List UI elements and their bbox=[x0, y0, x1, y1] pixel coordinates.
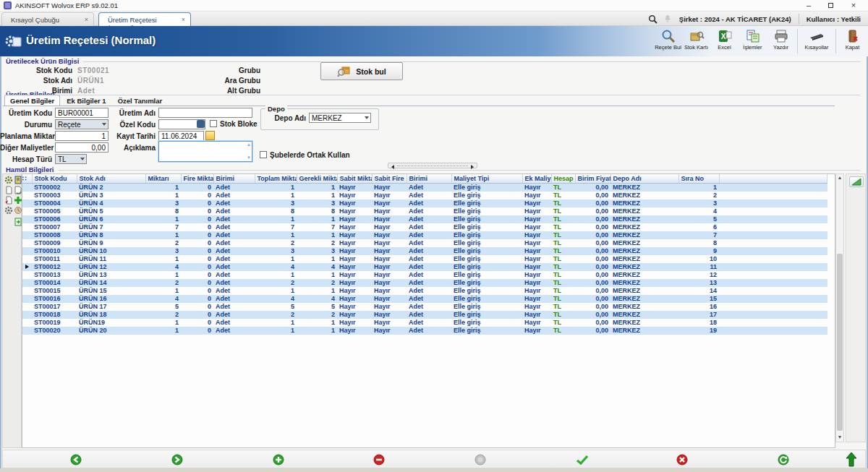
grid-cell: Elle giriş bbox=[451, 247, 522, 255]
kapat-button[interactable]: Kapat bbox=[838, 27, 867, 56]
refresh-record-button[interactable] bbox=[778, 454, 789, 465]
table-row[interactable]: ST00007ÜRÜN 770Adet77HayırHayırAdetElle … bbox=[22, 223, 827, 231]
table-row[interactable]: ST00012ÜRÜN 1240Adet44HayırHayırAdetElle… bbox=[22, 263, 827, 271]
subelerde-ortak-kullan-checkbox[interactable] bbox=[260, 151, 267, 158]
tab-close-icon[interactable]: × bbox=[182, 16, 185, 23]
grid-column-header[interactable]: Sabit Miktar bbox=[337, 174, 372, 184]
table-row[interactable]: ST00018ÜRÜN 1820Adet22HayırHayırAdetElle… bbox=[22, 311, 827, 319]
toolbar-separator bbox=[797, 29, 798, 53]
kayit-tarihi-input[interactable] bbox=[158, 131, 204, 141]
new-record-icon[interactable] bbox=[4, 186, 13, 194]
grid-column-header[interactable]: Stok Kodu bbox=[32, 174, 77, 184]
calendar-icon[interactable] bbox=[205, 131, 215, 140]
grid-column-header[interactable]: Hesap bbox=[551, 174, 575, 184]
expand-grid-button[interactable] bbox=[849, 176, 864, 187]
settings-gear-icon[interactable] bbox=[4, 176, 13, 184]
cancel-record-button[interactable] bbox=[676, 454, 688, 465]
grid-column-header[interactable]: Stok Adı bbox=[77, 174, 145, 184]
tab-ek-bilgiler-1[interactable]: Ek Bilgiler 1 bbox=[61, 95, 111, 106]
ozel-kodu-lookup-icon[interactable] bbox=[197, 120, 205, 128]
delete-record-button[interactable] bbox=[373, 454, 385, 465]
recete-bul-button[interactable]: Reçete Bul bbox=[654, 27, 682, 56]
grid-column-header[interactable]: Maliyet Tipi bbox=[451, 174, 522, 184]
scrollbar-thumb[interactable] bbox=[837, 254, 843, 431]
grid-cell: 0 bbox=[181, 279, 213, 287]
hesap-turu-select[interactable]: TL bbox=[55, 154, 87, 164]
grid-cell: Hayır bbox=[372, 279, 407, 287]
stok-bul-button[interactable]: Stok bul bbox=[320, 62, 403, 80]
stok-bloke-checkbox[interactable] bbox=[210, 120, 217, 127]
grid-column-header[interactable]: Birimi bbox=[407, 174, 451, 184]
table-row[interactable]: ST00002ÜRÜN 210Adet11HayırHayırAdetElle … bbox=[22, 184, 827, 192]
islemler-button[interactable]: İşlemler bbox=[739, 27, 767, 56]
stok-karti-button[interactable]: Stok Kartı bbox=[682, 27, 710, 56]
scroll-down-icon[interactable]: ▼ bbox=[836, 434, 843, 442]
grid-column-header[interactable]: Gerekli Miktar bbox=[297, 174, 337, 184]
grid-filler-cell bbox=[719, 255, 827, 263]
vertical-scrollbar[interactable]: ▲ ▼ bbox=[835, 173, 844, 442]
excel-button[interactable]: X Excel bbox=[710, 27, 739, 56]
uretim-adi-input[interactable] bbox=[158, 108, 252, 118]
grid-cell: Adet bbox=[407, 215, 451, 223]
grid-filler-cell bbox=[719, 319, 827, 327]
table-row[interactable]: ST00014ÜRÜN 1420Adet22HayırHayırAdetElle… bbox=[22, 279, 827, 287]
table-row[interactable]: ST00010ÜRÜN 1030Adet33HayırHayırAdetElle… bbox=[22, 247, 827, 255]
table-row[interactable]: ST00011ÜRÜN 1110Adet11HayırHayırAdetElle… bbox=[22, 255, 827, 263]
grid-cell: Adet bbox=[407, 319, 451, 327]
table-row[interactable]: ST00015ÜRÜN 1510Adet11HayırHayırAdetElle… bbox=[22, 287, 827, 295]
minimize-button[interactable]: – bbox=[800, 1, 817, 11]
grid-column-header[interactable]: Miktarı bbox=[145, 174, 181, 184]
grid-column-header[interactable]: Birim Fiyatı bbox=[575, 174, 610, 184]
tab-genel-bilgiler[interactable]: Genel Bilgiler bbox=[4, 95, 60, 106]
edit-record-button-disabled[interactable] bbox=[475, 454, 486, 465]
grid-column-header[interactable]: Sabit Fire bbox=[372, 174, 407, 184]
table-row[interactable]: ST00004ÜRÜN 430Adet33HayırHayırAdetElle … bbox=[22, 199, 827, 207]
scroll-to-top-button[interactable] bbox=[845, 452, 856, 463]
grid-column-header[interactable]: Birimi bbox=[213, 174, 255, 184]
grid-cell: Adet bbox=[213, 255, 255, 263]
table-row[interactable]: ST00013ÜRÜN 1310Adet11HayırHayırAdetElle… bbox=[22, 271, 827, 279]
table-row[interactable]: ST00003ÜRÜN 310Adet11HayırHayırAdetElle … bbox=[22, 192, 827, 199]
post-record-button[interactable] bbox=[576, 454, 587, 465]
grid-cell: 2 bbox=[255, 279, 297, 287]
tab-close-icon[interactable]: × bbox=[85, 16, 88, 23]
insert-record-button[interactable] bbox=[273, 454, 284, 465]
grid-column-header[interactable]: Toplam Miktar bbox=[255, 174, 297, 184]
table-row[interactable]: ST00016ÜRÜN 1640Adet44HayırHayırAdetElle… bbox=[22, 295, 827, 303]
next-record-button[interactable] bbox=[171, 454, 183, 465]
tab-ozel-tanimlar[interactable]: Özel Tanımlar bbox=[113, 95, 168, 106]
delete-record-icon[interactable] bbox=[4, 196, 13, 205]
grid-cell: Adet bbox=[213, 263, 255, 271]
grid-column-header[interactable]: Depo Adı bbox=[610, 174, 678, 184]
aciklama-textarea[interactable] bbox=[158, 141, 252, 162]
table-row[interactable]: ST00020ÜRÜN 2010Adet11HayırHayırAdetElle… bbox=[22, 327, 827, 335]
grid-column-header[interactable]: Ek Maliyet bbox=[522, 174, 551, 184]
tab-kisayol-cubugu[interactable]: Kısayol Çubuğu × bbox=[1, 12, 94, 26]
textarea-scroll-down-icon[interactable]: ▼ bbox=[247, 155, 251, 160]
textarea-scroll-up-icon[interactable]: ▲ bbox=[247, 142, 251, 147]
depo-adi-select[interactable]: MERKEZ bbox=[309, 113, 371, 123]
prev-record-button[interactable] bbox=[70, 454, 82, 465]
table-row[interactable]: ST00005ÜRÜN 580Adet88HayırHayırAdetElle … bbox=[22, 207, 827, 215]
grid-cell: Elle giriş bbox=[451, 207, 522, 215]
grid-column-header[interactable]: Fire Miktarı bbox=[181, 174, 213, 184]
gear-disabled-icon[interactable] bbox=[4, 206, 13, 215]
table-row[interactable]: ST00009ÜRÜN 920Adet22HayırHayırAdetElle … bbox=[22, 239, 827, 247]
tab-uretim-recetesi[interactable]: Üretim Reçetesi (Normal) × bbox=[98, 12, 191, 26]
maximize-button[interactable] bbox=[822, 1, 839, 11]
close-button[interactable]: × bbox=[845, 1, 862, 11]
table-row[interactable]: ST00008ÜRÜN 810Adet11HayırHayırAdetElle … bbox=[22, 231, 827, 239]
search-icon[interactable] bbox=[648, 14, 658, 24]
scroll-up-icon[interactable]: ▲ bbox=[836, 174, 843, 182]
yazdir-button[interactable]: Yazdır bbox=[767, 27, 795, 56]
table-row[interactable]: ST00006ÜRÜN 610Adet11HayırHayırAdetElle … bbox=[22, 215, 827, 223]
table-row[interactable]: ST00017ÜRÜN 1750Adet55HayırHayırAdetElle… bbox=[22, 303, 827, 311]
grid-column-header[interactable]: Sıra No bbox=[678, 174, 719, 184]
notification-bell-icon[interactable] bbox=[663, 14, 672, 23]
grid-cell: Elle giriş bbox=[451, 184, 522, 192]
table-row[interactable]: ST00019ÜRÜN1910Adet11HayırHayırAdetElle … bbox=[22, 319, 827, 327]
kisayollar-button[interactable]: Kısayollar bbox=[800, 27, 833, 56]
toolbar-separator bbox=[835, 29, 836, 53]
grid-filler-cell bbox=[719, 263, 827, 271]
grid-cell: Hayır bbox=[337, 319, 372, 327]
